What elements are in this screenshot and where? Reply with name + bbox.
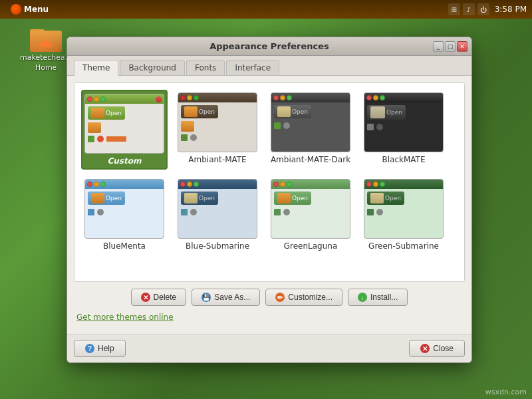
action-buttons: ✕ Delete 💾 Save As... ✏ Customize... ↓ I… bbox=[74, 282, 465, 313]
theme-label-greenlag: GreenLaguna bbox=[284, 241, 338, 251]
install-icon: ↓ bbox=[358, 293, 367, 302]
clock: 3:58 PM bbox=[495, 5, 527, 14]
taskbar-icons: ⊞ ♪ ⏻ bbox=[448, 3, 489, 15]
theme-preview-black: Open bbox=[364, 92, 444, 152]
theme-preview-custom: Open bbox=[84, 94, 164, 154]
preview-open-btn6: Open bbox=[181, 192, 218, 205]
tab-fonts[interactable]: Fonts bbox=[186, 60, 225, 75]
theme-preview-bluementa: Open bbox=[84, 179, 164, 239]
delete-icon: ✕ bbox=[141, 293, 150, 302]
help-button[interactable]: ? Help bbox=[74, 340, 126, 357]
preview-open-btn7: Open bbox=[274, 192, 311, 205]
theme-label-black: BlackMATE bbox=[382, 155, 425, 164]
power-icon[interactable]: ⏻ bbox=[477, 3, 489, 15]
watermark: wsxdn.com bbox=[485, 388, 527, 396]
customize-button[interactable]: ✏ Customize... bbox=[265, 289, 342, 306]
theme-item-ambiant-mate[interactable]: Open Ambiant-MATE bbox=[174, 90, 261, 170]
theme-preview-greenlag: Open bbox=[271, 179, 350, 239]
firefox-icon bbox=[11, 4, 21, 15]
dialog-footer: ? Help ✕ Close bbox=[67, 334, 471, 362]
preview-open-btn: Open bbox=[88, 106, 125, 120]
dialog-content: Open Custom bbox=[67, 76, 471, 334]
theme-label-bluesub: Blue-Submarine bbox=[186, 241, 249, 251]
minimize-button[interactable]: _ bbox=[433, 41, 444, 52]
preview-open-btn5: Open bbox=[88, 192, 125, 205]
tab-background[interactable]: Background bbox=[120, 60, 185, 75]
network-icon[interactable]: ⊞ bbox=[448, 3, 460, 15]
preview-open-btn8: Open bbox=[367, 192, 404, 205]
theme-item-green-submarine[interactable]: Open Green-Submarine bbox=[360, 176, 447, 253]
tab-theme[interactable]: Theme bbox=[74, 60, 118, 76]
save-as-button[interactable]: 💾 Save As... bbox=[192, 289, 260, 306]
theme-label-custom: Custom bbox=[108, 156, 142, 166]
save-as-label: Save As... bbox=[214, 293, 250, 302]
theme-label-ambiant: Ambiant-MATE bbox=[188, 155, 246, 164]
install-label: Install... bbox=[370, 293, 398, 302]
theme-preview-ambiant: Open bbox=[178, 92, 257, 152]
dialog-controls: _ □ ✕ bbox=[433, 41, 467, 52]
close-label: Close bbox=[433, 344, 454, 353]
save-icon: 💾 bbox=[201, 293, 211, 302]
preview-open-btn3: Open bbox=[274, 105, 311, 118]
desktop-icon-label2: Home bbox=[35, 63, 57, 72]
sound-icon[interactable]: ♪ bbox=[463, 3, 475, 15]
tab-bar: Theme Background Fonts Interface bbox=[67, 56, 471, 76]
close-dialog-button[interactable]: ✕ Close bbox=[409, 340, 465, 357]
help-icon: ? bbox=[85, 344, 94, 353]
appearance-preferences-dialog: Appearance Preferences _ □ ✕ Theme Backg… bbox=[66, 37, 472, 363]
theme-preview-ambiant-dark: Open bbox=[271, 92, 350, 152]
theme-row-1: Open Custom bbox=[81, 90, 458, 170]
taskbar-right: ⊞ ♪ ⏻ 3:58 PM bbox=[448, 3, 527, 15]
theme-item-bluementa[interactable]: Open BlueMenta bbox=[81, 176, 168, 253]
menu-label: Menu bbox=[24, 5, 49, 14]
theme-grid[interactable]: Open Custom bbox=[74, 82, 465, 282]
delete-label: Delete bbox=[154, 293, 177, 302]
tab-interface[interactable]: Interface bbox=[226, 60, 279, 75]
delete-button[interactable]: ✕ Delete bbox=[131, 289, 187, 306]
desktop-icon-home[interactable]: maketechea... Home bbox=[20, 25, 72, 72]
preview-open-btn2: Open bbox=[181, 105, 218, 118]
close-icon: ✕ bbox=[420, 344, 430, 353]
theme-item-custom[interactable]: Open Custom bbox=[81, 90, 168, 170]
get-more-link[interactable]: Get more themes online bbox=[74, 313, 465, 327]
theme-row-2: Open BlueMenta bbox=[81, 176, 458, 253]
preview-open-btn4: Open bbox=[367, 105, 406, 120]
theme-label-bluementa: BlueMenta bbox=[103, 241, 146, 251]
dialog-title: Appearance Preferences bbox=[209, 41, 329, 51]
home-folder-icon bbox=[30, 25, 62, 52]
theme-item-greenlaguna[interactable]: Open GreenLaguna bbox=[267, 176, 354, 253]
theme-label-ambiant-dark: Ambiant-MATE-Dark bbox=[271, 155, 350, 164]
install-button[interactable]: ↓ Install... bbox=[348, 289, 408, 306]
menu-button[interactable]: Menu bbox=[5, 3, 54, 16]
customize-icon: ✏ bbox=[275, 293, 285, 302]
taskbar: Menu ⊞ ♪ ⏻ 3:58 PM bbox=[0, 0, 532, 19]
maximize-button[interactable]: □ bbox=[445, 41, 456, 52]
theme-preview-bluesub: Open bbox=[178, 179, 257, 239]
theme-item-ambiant-dark[interactable]: Open Ambiant-MATE-Dark bbox=[267, 90, 354, 170]
close-button[interactable]: ✕ bbox=[457, 41, 467, 52]
customize-label: Customize... bbox=[288, 293, 332, 302]
theme-item-blue-submarine[interactable]: Open Blue-Submarine bbox=[174, 176, 261, 253]
theme-label-greensub: Green-Submarine bbox=[368, 241, 439, 251]
theme-preview-greensub: Open bbox=[364, 179, 444, 239]
desktop-icon-label: maketechea... bbox=[20, 53, 72, 62]
theme-item-blackmate[interactable]: Open BlackMATE bbox=[360, 90, 447, 170]
help-label: Help bbox=[98, 344, 114, 353]
dialog-titlebar: Appearance Preferences _ □ ✕ bbox=[67, 37, 471, 56]
